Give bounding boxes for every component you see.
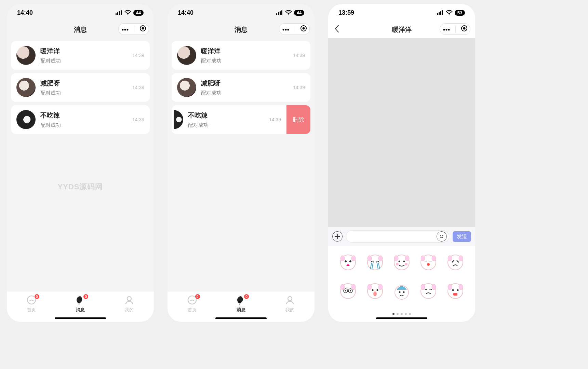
sticker-item[interactable] <box>445 281 466 301</box>
back-icon[interactable] <box>334 25 339 34</box>
svg-rect-12 <box>278 12 279 15</box>
add-attachment-button[interactable] <box>332 231 343 242</box>
svg-point-31 <box>440 235 441 236</box>
status-bar: 14:40 44 <box>7 4 154 21</box>
svg-rect-24 <box>440 11 441 15</box>
close-target-icon[interactable] <box>461 25 468 33</box>
svg-point-8 <box>142 27 144 30</box>
battery-icon: 44 <box>133 10 144 16</box>
tab-home[interactable]: 0 首页 <box>26 295 37 313</box>
tab-mine[interactable]: 我的 <box>285 295 295 313</box>
conversation-item[interactable]: 不吃辣 配对成功 14:39 <box>11 105 150 134</box>
tab-home[interactable]: 0 首页 <box>187 295 197 313</box>
conversation-name: 暖洋洋 <box>40 47 128 56</box>
sticker-item[interactable] <box>365 252 385 273</box>
svg-point-50 <box>421 256 425 261</box>
avatar <box>177 78 196 97</box>
svg-rect-1 <box>117 12 118 15</box>
avatar <box>16 78 36 97</box>
sticker-item[interactable] <box>391 281 412 301</box>
close-target-icon[interactable] <box>300 25 307 33</box>
badge: 0 <box>195 293 201 300</box>
home-indicator[interactable] <box>55 317 106 319</box>
sticker-pager <box>328 313 475 315</box>
watermark-text: YYDS源码网 <box>7 182 154 192</box>
home-icon: 0 <box>187 295 197 306</box>
conversation-preview: 配对成功 <box>40 122 128 128</box>
avatar <box>177 46 196 65</box>
svg-point-54 <box>459 256 463 261</box>
close-target-icon[interactable] <box>139 25 146 33</box>
sticker-item[interactable] <box>391 252 412 273</box>
svg-point-10 <box>127 297 131 301</box>
sticker-item[interactable] <box>338 252 358 273</box>
conversation-name: 减肥呀 <box>201 79 288 88</box>
svg-point-45 <box>405 263 407 265</box>
page-dot[interactable] <box>401 313 403 315</box>
sticker-item[interactable] <box>418 281 439 301</box>
tab-label: 首页 <box>27 307 36 313</box>
sticker-item[interactable] <box>365 281 385 301</box>
conversation-time: 14:39 <box>132 53 144 58</box>
message-input[interactable] <box>346 230 449 243</box>
more-icon[interactable] <box>121 26 129 32</box>
status-time: 13:59 <box>338 9 354 16</box>
sticker-panel <box>328 246 475 322</box>
tab-messages[interactable]: 0 消息 <box>75 295 85 313</box>
chat-messages-area[interactable] <box>328 38 475 227</box>
conversation-item-swiped[interactable]: 不吃辣 配对成功 14:39 删除 <box>172 105 310 134</box>
conversation-item[interactable]: 减肥呀 配对成功 14:39 <box>172 73 310 102</box>
home-indicator[interactable] <box>376 317 427 319</box>
conversation-preview: 配对成功 <box>40 90 128 96</box>
svg-point-36 <box>340 256 345 261</box>
conversation-list: 暖洋洋 配对成功 14:39 减肥呀 配对成功 14:39 不吃辣 配 <box>168 38 315 137</box>
svg-point-44 <box>396 263 399 265</box>
svg-point-51 <box>432 256 436 261</box>
svg-point-69 <box>399 291 400 293</box>
page-dot[interactable] <box>409 313 411 315</box>
send-button[interactable]: 发送 <box>453 231 471 242</box>
svg-point-37 <box>351 256 356 261</box>
page-dot[interactable] <box>392 313 395 315</box>
profile-icon <box>124 295 134 306</box>
profile-icon <box>285 295 295 306</box>
sticker-item[interactable] <box>445 252 466 273</box>
delete-button[interactable]: 删除 <box>286 105 310 134</box>
page-title: 消息 <box>235 25 248 34</box>
svg-point-53 <box>448 256 452 261</box>
miniprogram-capsule[interactable] <box>440 23 470 35</box>
tab-messages[interactable]: 0 消息 <box>236 295 246 313</box>
page-dot[interactable] <box>397 313 399 315</box>
conversation-item[interactable]: 减肥呀 配对成功 14:39 <box>11 73 150 102</box>
emoji-button[interactable] <box>437 231 447 242</box>
svg-point-61 <box>351 284 356 290</box>
sticker-item[interactable] <box>418 252 439 273</box>
status-time: 14:40 <box>17 9 33 16</box>
miniprogram-capsule[interactable] <box>279 23 310 35</box>
svg-point-64 <box>376 289 378 291</box>
tab-mine[interactable]: 我的 <box>124 295 134 313</box>
sticker-item[interactable] <box>338 281 358 301</box>
svg-rect-3 <box>121 10 122 15</box>
svg-point-58 <box>345 290 346 291</box>
svg-point-42 <box>398 261 400 262</box>
conversation-name: 不吃辣 <box>40 111 128 120</box>
svg-rect-0 <box>116 13 117 15</box>
status-time: 14:40 <box>178 9 193 16</box>
more-icon[interactable] <box>443 26 450 32</box>
avatar <box>174 110 183 129</box>
svg-point-63 <box>372 289 373 291</box>
cellular-icon <box>276 10 283 15</box>
home-icon: 0 <box>26 295 37 306</box>
home-indicator[interactable] <box>215 317 267 319</box>
conversation-item[interactable]: 暖洋洋 配对成功 14:39 <box>11 41 150 70</box>
miniprogram-capsule[interactable] <box>118 23 149 35</box>
svg-rect-11 <box>276 13 277 15</box>
page-dot[interactable] <box>405 313 407 315</box>
page-title: 消息 <box>74 25 87 34</box>
svg-point-79 <box>459 284 463 290</box>
more-icon[interactable] <box>282 26 290 32</box>
conversation-item[interactable]: 暖洋洋 配对成功 14:39 <box>172 41 310 70</box>
svg-point-70 <box>403 291 404 293</box>
svg-point-59 <box>350 290 351 291</box>
